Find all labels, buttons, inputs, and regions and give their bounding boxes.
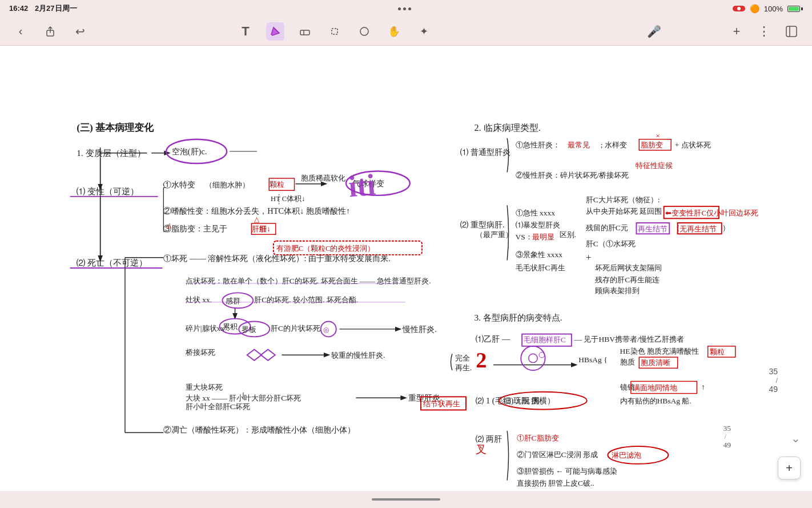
zoom-button[interactable]: + [778,457,801,479]
svg-text:特征性症候: 特征性症候 [636,162,673,170]
note-content: (三) 基本病理变化 1. 变质层（注型） 空泡(肝)c. ⑴ 变性（可逆） ①… [0,46,812,491]
svg-text:肝↓: 肝↓ [259,225,271,233]
svg-text:2. 临床病理类型.: 2. 临床病理类型. [474,122,540,133]
svg-text:残留的肝C元: 残留的肝C元 [586,223,628,232]
svg-text:(三) 基本病理变化: (三) 基本病理变化 [77,122,154,133]
dot2 [403,7,406,10]
current-page: 35 [769,367,778,376]
svg-text:叉: 叉 [476,443,487,455]
svg-text:③胆管损伤 ← 可能与病毒感染: ③胆管损伤 ← 可能与病毒感染 [517,467,617,475]
status-dots [398,7,411,10]
svg-rect-1 [300,30,309,35]
svg-text:重大块坏死: 重大块坏死 [186,383,223,391]
svg-text:◎: ◎ [323,326,329,333]
eraser-tool[interactable] [296,22,314,41]
mic-button[interactable]: 🎤 [645,22,663,41]
svg-text:2: 2 [476,348,487,372]
svg-text:⑴乙肝  —: ⑴乙肝 — [476,334,510,343]
svg-text:⑴  普通型肝炎: ⑴ 普通型肝炎 [460,147,510,157]
svg-text:①水特变: ①水特变 [163,180,195,189]
rec-indicator [733,6,745,11]
svg-text:慢性肝炎.: 慢性肝炎. [402,325,437,334]
share-button[interactable] [41,22,59,41]
svg-text:⑵ 死亡（不可逆）: ⑵ 死亡（不可逆） [77,258,147,267]
svg-text:VS：: VS： [516,233,533,241]
svg-text:区别.: 区别. [560,231,576,239]
hand-tool[interactable]: ✋ [385,22,403,41]
svg-text:颗粒: 颗粒 [710,348,725,356]
svg-text:— 见于HBV携带者/慢性乙肝携者: — 见于HBV携带者/慢性乙肝携者 [574,335,684,343]
svg-text:⬅变变性肝C仅小叶回边坏死: ⬅变变性肝C仅小叶回边坏死 [665,209,758,217]
svg-text:毛毛状肝C再生: 毛毛状肝C再生 [516,263,565,272]
pen-tool[interactable] [266,22,284,41]
svg-text:（细胞水肿）: （细胞水肿） [205,181,250,189]
svg-text:灶状 xx.: 灶状 xx. [186,295,212,304]
svg-text:3. 各型病肝的病变特点.: 3. 各型病肝的病变特点. [474,313,562,322]
svg-rect-3 [786,26,797,37]
svg-text:iti: iti [347,168,377,203]
svg-text:HBsAg {: HBsAg { [578,355,607,364]
add-button[interactable]: + [727,22,746,41]
text-tool[interactable]: T [236,22,255,41]
svg-text:×: × [656,131,660,140]
svg-text:最常见: 最常见 [568,141,590,149]
canvas-area[interactable]: (三) 基本病理变化 1. 变质层（注型） 空泡(肝)c. ⑴ 变性（可逆） ①… [0,46,812,491]
svg-text:①肝C脂肪变: ①肝C脂肪变 [517,434,559,442]
svg-text:残存的肝C再生能连: 残存的肝C再生能连 [595,275,660,284]
sidebar-button[interactable] [782,22,801,41]
svg-text:③脂肪变：主见于: ③脂肪变：主见于 [163,224,227,233]
svg-text:直接损伤 胆管上皮C破..: 直接损伤 胆管上皮C破.. [517,479,594,487]
time: 16:42 [9,4,28,13]
status-bar: 16:42 2月27日周一 🟠 100% [0,0,812,17]
toolbar: ‹ ↩ T [0,17,812,46]
svg-point-2 [360,27,368,35]
svg-text:49: 49 [723,441,731,449]
battery-icon [787,6,803,12]
lasso-tool[interactable] [325,22,344,41]
svg-text:HE染色 胞质充满嗜酸性: HE染色 胞质充满嗜酸性 [620,347,699,355]
svg-text:界板: 界板 [242,326,256,334]
svg-text:感群: 感群 [226,297,240,305]
svg-text:（最严重）: （最严重） [476,230,513,239]
undo-button[interactable]: ↩ [71,22,89,41]
svg-text:⑴暴发型肝炎: ⑴暴发型肝炎 [516,221,560,229]
magic-tool[interactable]: ✦ [415,22,433,41]
svg-text:满面地同情地: 满面地同情地 [633,384,677,392]
time-date: 16:42 2月27日周一 [9,3,77,14]
shape-tool[interactable] [355,22,373,41]
svg-text:颗粒: 颗粒 [270,180,284,189]
svg-text:坏死后网状支架隔间: 坏死后网状支架隔间 [594,263,662,272]
svg-text:↑: ↑ [701,383,705,391]
zoom-icon: + [786,462,793,475]
svg-text:肝C的片状坏死: 肝C的片状坏死 [271,324,320,333]
svg-text:肝小叶全部肝C坏死: 肝小叶全部肝C坏死 [186,402,250,411]
svg-text:脂肪变: 脂肪变 [641,141,663,149]
svg-text:肝C大片坏死（物征）:: 肝C大片坏死（物征）: [586,195,660,204]
status-right: 🟠 100% [733,4,803,13]
svg-text:从中央开始坏死 延回围: 从中央开始坏死 延回围 [586,207,662,215]
dot1 [398,7,401,10]
svg-text:△: △ [254,216,260,223]
more-button[interactable]: ⋮ [755,22,773,41]
svg-text:②门管区淋巴C浸润  形成: ②门管区淋巴C浸润 形成 [517,450,598,459]
scroll-down-arrow[interactable]: ⌄ [791,431,801,445]
page-number: 35 / 49 [769,367,778,394]
mic-section: 🎤 [580,22,727,41]
bottom-bar [0,491,812,508]
svg-text:②凋亡（嗜酸性坏死）：形成嗜酸性小体（细胞小体）: ②凋亡（嗜酸性坏死）：形成嗜酸性小体（细胞小体） [163,425,355,434]
toolbar-center: T ✋ ✦ [89,22,580,41]
back-button[interactable]: ‹ [11,22,30,41]
svg-text:较重的慢性肝炎.: 较重的慢性肝炎. [331,351,385,359]
svg-text:胞质清晰: 胞质清晰 [641,359,670,367]
svg-text:胞质: 胞质 [620,358,635,366]
svg-text:内有贴伤的HBsAg  船.: 内有贴伤的HBsAg 船. [620,397,692,405]
svg-text:HT C体积↓: HT C体积↓ [271,195,305,203]
svg-text:⑴ 变性（可逆）: ⑴ 变性（可逆） [77,186,139,196]
rec-dot [737,7,741,10]
svg-text:⑵ 两肝: ⑵ 两肝 [476,434,502,443]
svg-text:毛细胞样肝C: 毛细胞样肝C [524,335,566,344]
scroll-indicator[interactable] [372,498,440,501]
svg-text:胞质稀疏软化: 胞质稀疏软化 [301,174,345,182]
svg-text:空泡(肝)c.: 空泡(肝)c. [172,147,207,157]
svg-text:（3 玩围 病横）: （3 玩围 病横） [499,396,555,405]
